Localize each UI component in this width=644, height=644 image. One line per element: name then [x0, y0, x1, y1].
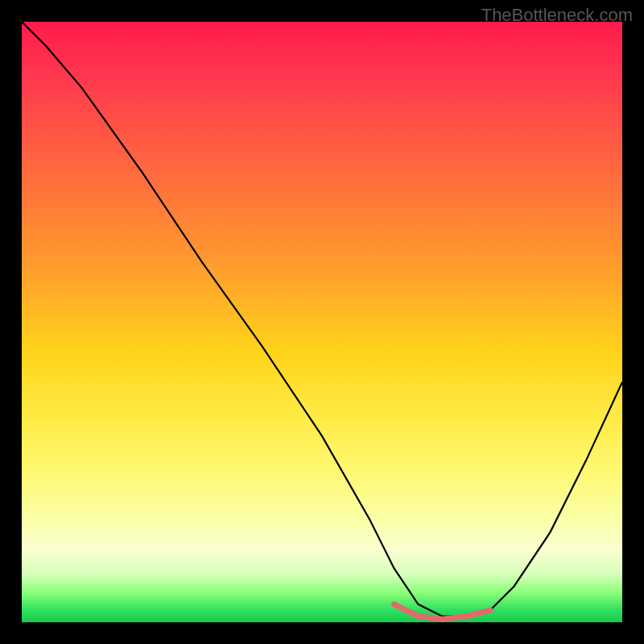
chart-svg: [22, 22, 622, 622]
watermark-text: TheBottleneck.com: [481, 5, 633, 26]
curve-line: [22, 22, 622, 617]
highlight-segment: [394, 605, 490, 620]
